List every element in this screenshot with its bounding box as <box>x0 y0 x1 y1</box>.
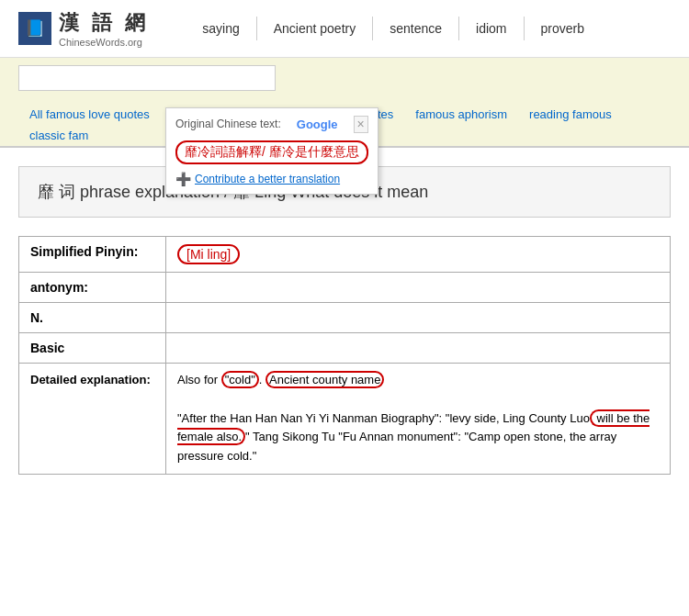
popup-close-button[interactable]: × <box>354 116 368 133</box>
nav-ancient-poetry[interactable]: Ancient poetry <box>257 17 374 40</box>
sub-nav-famous-aphorism[interactable]: famous aphorism <box>404 104 518 125</box>
nav-idiom[interactable]: idiom <box>459 17 524 40</box>
label-pinyin: Simplified Pinyin: <box>19 237 166 273</box>
value-basic <box>166 333 671 364</box>
highlight-cold: "cold" <box>221 371 259 388</box>
main-content: Simplified Pinyin: [Mi ling] antonym: N.… <box>18 236 671 475</box>
value-pinyin: [Mi ling] <box>166 237 671 273</box>
contribute-link[interactable]: Contribute a better translation <box>195 173 340 185</box>
sub-nav-classic-fam[interactable]: classic fam <box>18 125 99 146</box>
label-n: N. <box>19 303 166 333</box>
pinyin-value: [Mi ling] <box>177 244 240 264</box>
logo-area: 📘 漢 語 網 ChineseWords.org <box>18 9 149 48</box>
logo-text: 漢 語 網 ChineseWords.org <box>59 9 149 48</box>
header: 📘 漢 語 網 ChineseWords.org saying Ancient … <box>0 0 689 58</box>
popup-contribute-area: ➕ Contribute a better translation <box>175 172 368 186</box>
label-antonym: antonym: <box>19 273 166 303</box>
popup-translation: 靡冷詞語解釋/ 靡冷是什麼意思 <box>175 137 368 168</box>
detail-line2: "After the Han Han Nan Yi Yi Nanman Biog… <box>177 409 659 466</box>
label-basic: Basic <box>19 333 166 364</box>
logo-chinese: 漢 語 網 <box>59 9 149 37</box>
main-nav: saying Ancient poetry sentence idiom pro… <box>186 17 601 40</box>
definition-table: Simplified Pinyin: [Mi ling] antonym: N.… <box>18 236 671 475</box>
value-n <box>166 303 671 333</box>
highlight-county: Ancient county name <box>265 371 384 388</box>
table-row-antonym: antonym: <box>19 273 671 303</box>
translate-popup: Original Chinese text: Google × 靡冷詞語解釋/ … <box>165 107 378 195</box>
popup-header: Original Chinese text: Google × <box>175 116 368 133</box>
table-row-detail: Detailed explanation: Also for "cold". A… <box>19 364 671 475</box>
logo-icon: 📘 <box>18 12 51 45</box>
table-row-pinyin: Simplified Pinyin: [Mi ling] <box>19 237 671 273</box>
sub-nav-reading-famous[interactable]: reading famous <box>518 104 623 125</box>
search-bar-area <box>0 58 689 98</box>
table-row-basic: Basic <box>19 333 671 364</box>
table-row-n: N. <box>19 303 671 333</box>
google-logo: Google <box>297 118 338 131</box>
nav-proverb[interactable]: proverb <box>525 17 601 40</box>
value-antonym <box>166 273 671 303</box>
logo-url: ChineseWords.org <box>59 37 149 48</box>
search-input[interactable] <box>18 65 276 91</box>
nav-saying[interactable]: saying <box>186 17 256 40</box>
value-detail: Also for "cold". Ancient county name "Af… <box>166 364 671 475</box>
popup-translation-text: 靡冷詞語解釋/ 靡冷是什麼意思 <box>175 140 368 164</box>
popup-original-label: Original Chinese text: <box>175 118 281 130</box>
sub-nav-all-famous[interactable]: All famous love quotes <box>18 104 161 125</box>
label-detail: Detailed explanation: <box>19 364 166 475</box>
plus-icon: ➕ <box>175 172 191 186</box>
sub-nav: All famous love quotes life quotes famou… <box>0 98 689 148</box>
detail-line1: Also for "cold". Ancient county name <box>177 371 659 390</box>
nav-sentence[interactable]: sentence <box>373 17 459 40</box>
highlight-luo: will be the female also. <box>177 409 649 446</box>
